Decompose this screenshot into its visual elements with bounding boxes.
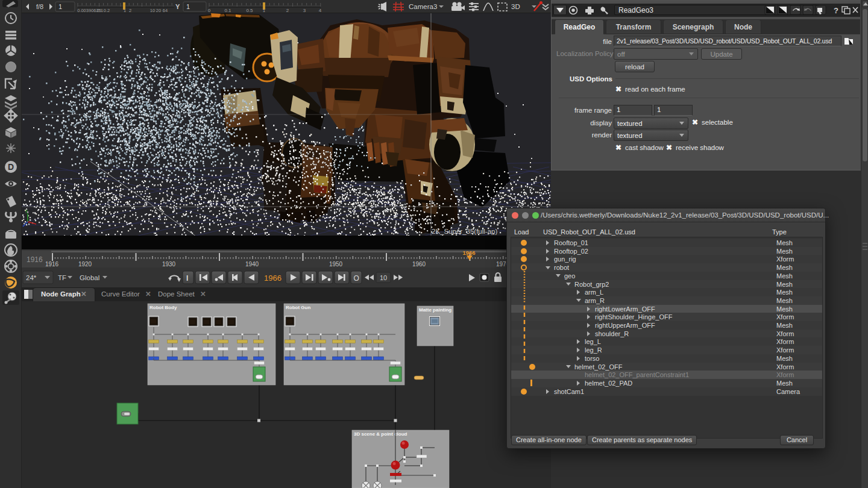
svg-text:1: 1	[186, 3, 190, 10]
svg-text:1966: 1966	[264, 274, 281, 283]
svg-text:24*: 24*	[26, 274, 37, 281]
svg-text:2: 2	[129, 8, 131, 13]
svg-text:1: 1	[263, 8, 266, 13]
svg-text:2K_Super_35(full-ap): 2K_Super_35(full-ap)	[432, 228, 497, 235]
svg-text:0.5: 0.5	[246, 8, 253, 13]
svg-text:Robot Gun: Robot Gun	[286, 305, 310, 310]
svg-text:10: 10	[380, 274, 387, 281]
svg-text:I: I	[186, 274, 188, 283]
svg-text:Global: Global	[80, 274, 99, 281]
svg-text:TF: TF	[58, 274, 66, 281]
svg-text:1940: 1940	[245, 261, 259, 267]
svg-text:10: 10	[150, 8, 155, 13]
svg-text:2: 2	[286, 8, 289, 13]
svg-text:3D: 3D	[511, 3, 520, 10]
svg-text:64: 64	[163, 8, 168, 13]
svg-text:3: 3	[303, 8, 306, 13]
svg-text:1960: 1960	[412, 261, 426, 267]
svg-text:?: ?	[834, 6, 838, 15]
svg-text:Camera3: Camera3	[409, 3, 437, 10]
svg-text:0.2: 0.2	[104, 8, 110, 13]
svg-text:1: 1	[58, 3, 62, 10]
svg-text:1950: 1950	[329, 261, 343, 267]
svg-text:1930: 1930	[162, 261, 176, 267]
svg-text:4: 4	[319, 8, 322, 13]
svg-text:Matte painting: Matte painting	[419, 307, 451, 313]
svg-text:3D scene & point cloud: 3D scene & point cloud	[354, 431, 407, 437]
svg-text:1916: 1916	[27, 255, 43, 264]
svg-text:1: 1	[124, 8, 126, 13]
svg-text:Y: Y	[175, 3, 180, 10]
svg-text:1966: 1966	[462, 249, 475, 256]
svg-text:1920: 1920	[78, 261, 92, 267]
svg-text:0: 0	[208, 8, 211, 13]
svg-text:D: D	[8, 162, 14, 172]
svg-text:20: 20	[156, 8, 161, 13]
svg-text:f/8: f/8	[36, 3, 43, 10]
svg-text:1916: 1916	[45, 261, 59, 267]
svg-text:0.1: 0.1	[97, 8, 103, 13]
svg-text:O: O	[354, 274, 359, 283]
svg-text:y: y	[25, 208, 28, 213]
svg-text:Robot Body: Robot Body	[149, 305, 177, 310]
svg-text:0.1: 0.1	[224, 8, 231, 13]
